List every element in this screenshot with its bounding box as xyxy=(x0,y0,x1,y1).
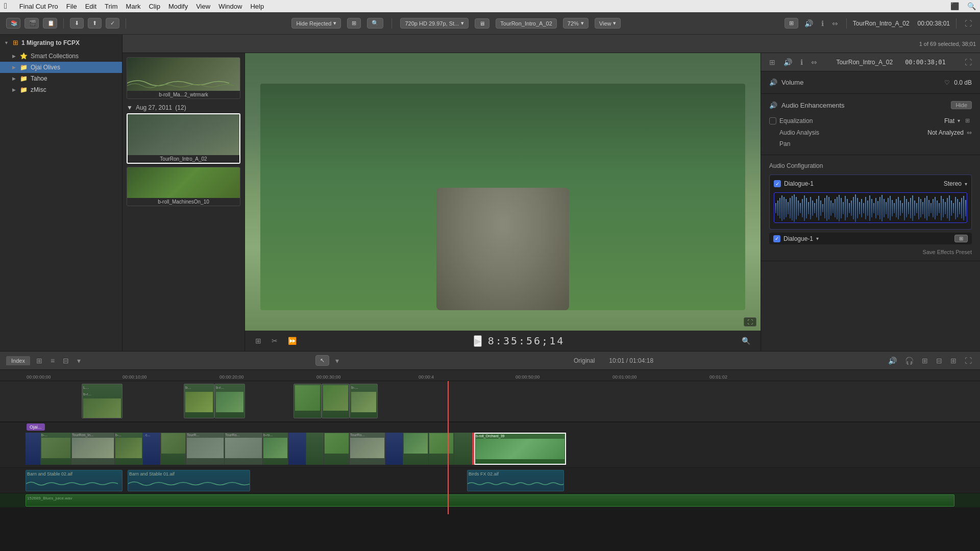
info-btn[interactable]: ℹ xyxy=(819,18,826,29)
search-btn[interactable]: 🔍 xyxy=(367,18,383,29)
eq-graph-btn[interactable]: ⊞ xyxy=(963,116,972,125)
inspector-layout-btn[interactable]: ⊞ xyxy=(767,57,777,67)
sidebar-item-ojai-olives[interactable]: ▶ 📁 Ojai Olives xyxy=(0,62,122,73)
clip-tourr-main2[interactable]: TourR... xyxy=(186,433,225,465)
timeline-view-btn-1[interactable]: ⊞ xyxy=(34,356,44,366)
skimmer-audio-btn[interactable]: ⊞ xyxy=(920,356,930,366)
menu-mark[interactable]: Mark xyxy=(126,3,141,10)
clip-broll-s1[interactable] xyxy=(306,433,324,465)
clip-broll-main-2[interactable]: b-... xyxy=(115,433,143,465)
broll-clip-2[interactable]: b... xyxy=(184,384,214,418)
selected-clip-orchard[interactable]: b-roll_Orchard_39 xyxy=(474,433,566,465)
event-btn[interactable]: 🎬 xyxy=(24,18,39,29)
dialogue1-dropdown-btn[interactable]: ▾ xyxy=(816,236,819,241)
audio-clip-barn-stable-01[interactable]: Barn and Stable 01.aif xyxy=(128,470,250,491)
music-clip[interactable]: 152689_Blues_juice.wav xyxy=(26,494,954,507)
audio-clip-birds-fx[interactable]: Birds FX 02.aif xyxy=(467,470,564,491)
back-btn[interactable]: ⬇ xyxy=(70,18,84,29)
broll-clip-1[interactable]: L... b-r... xyxy=(82,384,122,418)
menu-help[interactable]: Help xyxy=(250,3,264,10)
timeline-view-btn-4[interactable]: ▾ xyxy=(75,356,83,366)
clip-b3[interactable] xyxy=(288,433,306,465)
filter-dropdown[interactable]: Hide Rejected ▾ xyxy=(291,18,341,29)
hide-button[interactable]: Hide xyxy=(951,101,972,109)
viewer-blade-btn[interactable]: ✂ xyxy=(270,336,280,346)
broll-clip-3[interactable]: b-r... xyxy=(214,384,245,418)
keyframe-btn[interactable]: ⇔ xyxy=(830,18,840,29)
zoom-in-btn[interactable]: ⛶ xyxy=(963,356,974,366)
layout-btn[interactable]: ⊞ xyxy=(785,18,798,29)
clip-appearance-timeline-btn[interactable]: ⊟ xyxy=(934,356,944,366)
clip-tourron[interactable]: TourRon_Intro_A_02 xyxy=(127,113,240,164)
menu-fcpx[interactable]: Final Cut Pro xyxy=(19,3,58,10)
clip-broll-2[interactable]: b-roll_MachinesOn_10 xyxy=(127,167,240,206)
broll-clip-6[interactable]: b-... xyxy=(350,384,378,418)
broll-clip-4[interactable] xyxy=(293,384,322,418)
timeline-view-btn-2[interactable]: ≡ xyxy=(48,356,57,366)
index-tab[interactable]: Index xyxy=(6,356,30,365)
spotlight-icon[interactable]: 🔍 xyxy=(967,2,976,10)
eq-dropdown-btn[interactable]: ▾ xyxy=(958,118,960,123)
inspector-info-btn[interactable]: ℹ xyxy=(798,57,805,67)
clip-b2[interactable]: . c... xyxy=(143,433,161,465)
clip-tourro-4[interactable]: TourRo... xyxy=(350,433,385,465)
clip-broll-main-1[interactable]: b-... xyxy=(41,433,71,465)
clip-appearance-btn[interactable]: ⊞ xyxy=(347,18,361,29)
inspector-speaker-btn[interactable]: 🔊 xyxy=(781,57,794,67)
apple-menu[interactable]:  xyxy=(4,2,7,11)
save-effects-preset-btn[interactable]: Save Effects Preset xyxy=(923,249,972,255)
zoom-dropdown[interactable]: 72% ▾ xyxy=(563,18,589,29)
play-button[interactable]: ▶ xyxy=(474,335,482,347)
clip-broll-main-4[interactable] xyxy=(403,433,429,465)
viewer-zoom-btn[interactable]: 🔍 xyxy=(740,336,752,346)
sidebar-item-zmisc[interactable]: ▶ 📁 zMisc xyxy=(0,84,122,95)
headphone-btn[interactable]: 🎧 xyxy=(903,356,916,366)
clip-b4[interactable] xyxy=(385,433,403,465)
monitor-btn[interactable]: 🖥 xyxy=(475,18,489,29)
clip-broll-1[interactable]: b-roll_Ma...2_wtrmark xyxy=(127,57,240,99)
clip-name-display[interactable]: TourRon_Intro_A_02 xyxy=(496,18,557,29)
sidebar-item-tahoe[interactable]: ▶ 📁 Tahoe xyxy=(0,73,122,84)
dialogue1-checkbox[interactable]: ✓ xyxy=(774,180,781,187)
eq-checkbox[interactable] xyxy=(769,117,776,124)
menu-trim[interactable]: Trim xyxy=(105,3,118,10)
viewer-transform-btn[interactable]: ⊞ xyxy=(253,336,263,346)
check-btn[interactable]: ✓ xyxy=(106,18,119,29)
menu-modify[interactable]: Modify xyxy=(168,3,188,10)
clip-tourron-main[interactable]: TourRon_In... xyxy=(71,433,115,465)
clip-tourro-main3[interactable]: TourRo... xyxy=(225,433,263,465)
library-btn[interactable]: 📚 xyxy=(6,18,20,29)
clip-broll-main-6[interactable] xyxy=(454,433,472,465)
selection-tool-btn[interactable]: ↖ xyxy=(315,355,329,366)
speaker-icon[interactable]: 🔊 xyxy=(802,18,815,29)
clip-broll-main-5[interactable] xyxy=(429,433,454,465)
inspector-action-btn[interactable]: ⛶ xyxy=(963,57,974,67)
forward-btn[interactable]: ⬆ xyxy=(88,18,102,29)
project-btn[interactable]: 📋 xyxy=(43,18,57,29)
menu-clip[interactable]: Clip xyxy=(149,3,160,10)
broll-clip-5[interactable] xyxy=(322,384,350,418)
view-btn[interactable]: View ▾ xyxy=(595,18,621,29)
viewer-speed-btn[interactable]: ⏩ xyxy=(286,336,299,346)
inspector-keyframe-btn[interactable]: ⇔ xyxy=(809,57,819,67)
menu-file[interactable]: File xyxy=(66,3,77,10)
viewer-fullscreen-btn[interactable]: ⛶ xyxy=(744,317,756,327)
timeline-view-btn-3[interactable]: ⊟ xyxy=(61,356,71,366)
dialogue1-second-checkbox[interactable]: ✓ xyxy=(773,235,780,242)
fullscreen-btn[interactable]: ⛶ xyxy=(963,18,974,29)
clip-bro-main[interactable]: b-ro... xyxy=(263,433,288,465)
stereo-dropdown-btn[interactable]: ▾ xyxy=(965,181,967,187)
clip-bro-2[interactable] xyxy=(324,433,350,465)
audio-clip-barn-stable-02[interactable]: Barn and Stable 02.aif xyxy=(26,470,122,491)
sidebar-smart-collections[interactable]: ▶ ⭐ Smart Collections xyxy=(0,51,122,62)
resolution-dropdown[interactable]: 720p HD 29.97p, St... ▾ xyxy=(400,18,469,29)
menu-edit[interactable]: Edit xyxy=(85,3,96,10)
clip-height-btn[interactable]: ⊞ xyxy=(948,356,959,366)
selection-dropdown-btn[interactable]: ▾ xyxy=(333,356,341,366)
menu-window[interactable]: Window xyxy=(218,3,242,10)
clip-b[interactable] xyxy=(26,433,41,465)
audio-meter-btn[interactable]: 🔊 xyxy=(886,356,899,366)
clip-broll-main-3[interactable] xyxy=(161,433,186,465)
sidebar-project[interactable]: ▼ ⊞ 1 Migrating to FCPX xyxy=(0,35,122,51)
menu-view[interactable]: View xyxy=(196,3,210,10)
